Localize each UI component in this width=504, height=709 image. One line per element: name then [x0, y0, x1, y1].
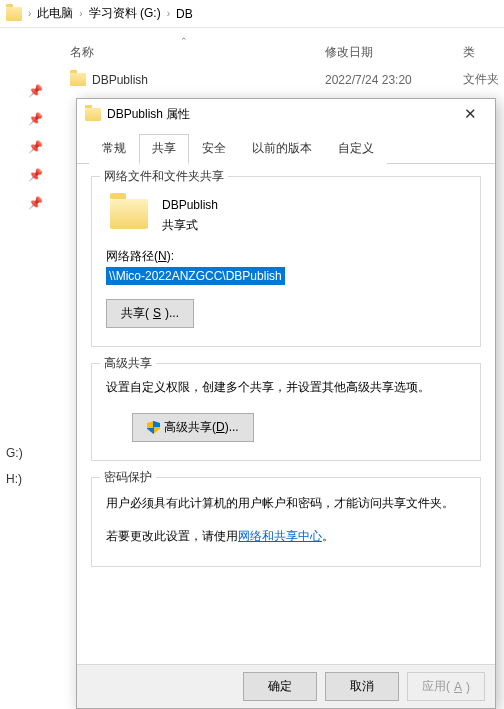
quick-access-pins: 📌 📌 📌 📌 📌: [28, 84, 43, 210]
breadcrumb-item[interactable]: 此电脑: [37, 5, 73, 22]
chevron-right-icon: ›: [79, 8, 82, 19]
sort-asc-icon: ⌃: [180, 36, 188, 46]
tab-previous-versions[interactable]: 以前的版本: [239, 134, 325, 164]
folder-icon: [6, 7, 22, 21]
advanced-share-button[interactable]: 高级共享(D)...: [132, 413, 254, 442]
password-desc-1: 用户必须具有此计算机的用户帐户和密码，才能访问共享文件夹。: [106, 492, 466, 515]
dialog-footer: 确定 取消 应用(A): [77, 664, 495, 708]
breadcrumb-item[interactable]: DB: [176, 7, 193, 21]
tab-general[interactable]: 常规: [89, 134, 139, 164]
group-title: 网络文件和文件夹共享: [100, 168, 228, 185]
tab-security[interactable]: 安全: [189, 134, 239, 164]
properties-dialog: DBPublish 属性 ✕ 常规 共享 安全 以前的版本 自定义 网络文件和文…: [76, 98, 496, 709]
close-button[interactable]: ✕: [449, 100, 491, 128]
pin-icon: 📌: [28, 140, 43, 154]
share-folder-name: DBPublish: [162, 195, 218, 215]
share-button[interactable]: 共享(S)...: [106, 299, 194, 328]
folder-icon: [70, 73, 86, 86]
row-date: 2022/7/24 23:20: [325, 73, 463, 87]
share-state: 共享式: [162, 215, 218, 235]
ok-button[interactable]: 确定: [243, 672, 317, 701]
pin-icon: 📌: [28, 112, 43, 126]
tab-custom[interactable]: 自定义: [325, 134, 387, 164]
chevron-right-icon: ›: [167, 8, 170, 19]
close-icon: ✕: [464, 105, 477, 123]
folder-icon: [110, 199, 148, 229]
tab-bar: 常规 共享 安全 以前的版本 自定义: [77, 133, 495, 164]
pin-icon: 📌: [28, 84, 43, 98]
apply-button: 应用(A): [407, 672, 485, 701]
side-drives: G:) H:): [2, 440, 27, 492]
group-advanced-share: 高级共享 设置自定义权限，创建多个共享，并设置其他高级共享选项。 高级共享(D)…: [91, 363, 481, 461]
network-path-label: 网络路径(N):: [106, 248, 466, 265]
pin-icon: 📌: [28, 168, 43, 182]
password-desc-2: 若要更改此设置，请使用: [106, 529, 238, 543]
table-row[interactable]: DBPublish 2022/7/24 23:20 文件夹: [0, 67, 504, 92]
cancel-button[interactable]: 取消: [325, 672, 399, 701]
drive-item[interactable]: G:): [2, 440, 27, 466]
row-name: DBPublish: [92, 73, 325, 87]
row-type: 文件夹: [463, 71, 504, 88]
column-type[interactable]: 类: [463, 44, 504, 61]
group-network-share: 网络文件和文件夹共享 DBPublish 共享式 网络路径(N): \\Mico…: [91, 176, 481, 347]
column-name[interactable]: 名称: [70, 45, 94, 59]
group-title: 高级共享: [100, 355, 156, 372]
breadcrumb[interactable]: › 此电脑 › 学习资料 (G:) › DB: [0, 0, 504, 28]
group-password-protection: 密码保护 用户必须具有此计算机的用户帐户和密码，才能访问共享文件夹。 若要更改此…: [91, 477, 481, 567]
dialog-content: 网络文件和文件夹共享 DBPublish 共享式 网络路径(N): \\Mico…: [77, 164, 495, 664]
dialog-title: DBPublish 属性: [107, 106, 443, 123]
group-title: 密码保护: [100, 469, 156, 486]
pin-icon: 📌: [28, 196, 43, 210]
network-path-value[interactable]: \\Mico-2022ANZGCC\DBPublish: [106, 267, 285, 285]
titlebar[interactable]: DBPublish 属性 ✕: [77, 99, 495, 129]
drive-item[interactable]: H:): [2, 466, 27, 492]
column-headers: 名称 ⌃ 修改日期 类: [0, 28, 504, 67]
shield-icon: [147, 421, 160, 434]
column-date[interactable]: 修改日期: [325, 44, 463, 61]
tab-share[interactable]: 共享: [139, 134, 189, 164]
folder-icon: [85, 108, 101, 121]
network-center-link[interactable]: 网络和共享中心: [238, 529, 322, 543]
breadcrumb-item[interactable]: 学习资料 (G:): [89, 5, 161, 22]
advanced-desc: 设置自定义权限，创建多个共享，并设置其他高级共享选项。: [106, 378, 466, 397]
chevron-right-icon: ›: [28, 8, 31, 19]
